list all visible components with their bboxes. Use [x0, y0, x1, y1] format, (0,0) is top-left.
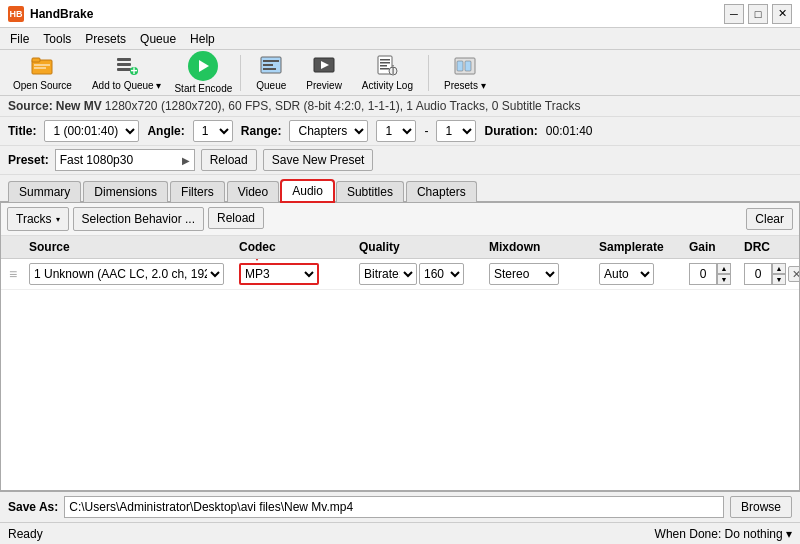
selection-behavior-button[interactable]: Selection Behavior ...: [73, 207, 204, 231]
toolbar-separator: [240, 55, 241, 91]
toolbar-separator-2: [428, 55, 429, 91]
clear-button[interactable]: Clear: [746, 208, 793, 230]
activity-log-label: Activity Log: [362, 80, 413, 91]
svg-rect-5: [117, 63, 131, 66]
when-done-button[interactable]: When Done: Do nothing ▾: [655, 527, 792, 541]
header-source: Source: [29, 240, 239, 254]
tab-subtitles[interactable]: Subtitles: [336, 181, 404, 202]
when-done-label: When Done:: [655, 527, 722, 541]
start-encode-label: Start Encode: [174, 83, 232, 94]
svg-text:i: i: [392, 63, 395, 77]
presets-icon: [453, 54, 477, 78]
menu-presets[interactable]: Presets: [79, 30, 132, 48]
title-bar-left: HB HandBrake: [8, 6, 93, 22]
tab-video[interactable]: Video: [227, 181, 279, 202]
preset-arrow-icon: ▶: [182, 155, 190, 166]
start-encode-button[interactable]: Start Encode: [174, 51, 232, 94]
play-icon: [188, 51, 218, 81]
svg-rect-4: [117, 58, 131, 61]
presets-button[interactable]: Presets ▾: [437, 50, 493, 95]
svg-rect-10: [263, 60, 279, 62]
header-mixdown: Mixdown: [489, 240, 599, 254]
title-label: Title:: [8, 124, 36, 138]
audio-sub-toolbar: Tracks ▾ Selection Behavior ... Reload C…: [1, 203, 799, 236]
tracks-caret-icon: ▾: [56, 215, 60, 224]
gain-input[interactable]: [689, 263, 717, 285]
when-done-value: Do nothing: [725, 527, 783, 541]
preview-button[interactable]: Preview: [299, 50, 349, 95]
add-to-queue-button[interactable]: + Add to Queue ▾: [85, 50, 169, 95]
audio-reload-button[interactable]: Reload: [208, 207, 264, 229]
table-row: ≡ 1 Unknown (AAC LC, 2.0 ch, 192 kbps) M…: [1, 259, 799, 290]
tab-dimensions[interactable]: Dimensions: [83, 181, 168, 202]
svg-rect-16: [380, 59, 390, 61]
tab-summary[interactable]: Summary: [8, 181, 81, 202]
remove-track-button[interactable]: ✕: [788, 266, 799, 282]
menu-queue[interactable]: Queue: [134, 30, 182, 48]
drag-handle[interactable]: ≡: [9, 266, 29, 282]
track-mixdown-select[interactable]: Stereo Mono Dpl II 5.1: [489, 263, 559, 285]
gain-increment-button[interactable]: ▲: [717, 263, 731, 274]
activity-log-button[interactable]: i Activity Log: [355, 50, 420, 95]
gain-decrement-button[interactable]: ▼: [717, 274, 731, 285]
svg-rect-11: [263, 64, 273, 66]
track-samplerate-select[interactable]: Auto 44.1 48: [599, 263, 654, 285]
title-row: Title: 1 (00:01:40) Angle: 1 Range: Chap…: [0, 117, 800, 146]
tab-chapters[interactable]: Chapters: [406, 181, 477, 202]
drc-input[interactable]: [744, 263, 772, 285]
range-from-select[interactable]: 1: [376, 120, 416, 142]
when-done-arrow-icon: ▾: [786, 527, 792, 541]
title-select[interactable]: 1 (00:01:40): [44, 120, 139, 142]
status-bar: Ready When Done: Do nothing ▾: [0, 522, 800, 544]
open-source-label: Open Source: [13, 80, 72, 91]
drc-spinner-buttons: ▲ ▼: [772, 263, 786, 285]
drc-decrement-button[interactable]: ▼: [772, 274, 786, 285]
save-preset-button[interactable]: Save New Preset: [263, 149, 374, 171]
menu-help[interactable]: Help: [184, 30, 221, 48]
header-samplerate: Samplerate: [599, 240, 689, 254]
angle-label: Angle:: [147, 124, 184, 138]
tracks-button[interactable]: Tracks ▾: [7, 207, 69, 231]
duration-label: Duration:: [484, 124, 537, 138]
save-as-bar: Save As: Browse: [0, 491, 800, 522]
minimize-button[interactable]: ─: [724, 4, 744, 24]
track-codec: MP3 AAC Vorbis FLAC 16-bit AC3: [239, 263, 359, 285]
queue-button[interactable]: Queue: [249, 50, 293, 95]
track-source: 1 Unknown (AAC LC, 2.0 ch, 192 kbps): [29, 263, 239, 285]
filepath-input[interactable]: [64, 496, 724, 518]
title-bar: HB HandBrake ─ □ ✕: [0, 0, 800, 28]
track-source-select[interactable]: 1 Unknown (AAC LC, 2.0 ch, 192 kbps): [29, 263, 224, 285]
preset-field[interactable]: Fast 1080p30 ▶: [55, 149, 195, 171]
add-queue-icon: +: [115, 54, 139, 78]
preview-icon: [312, 54, 336, 78]
sub-toolbar-left: Tracks ▾ Selection Behavior ... Reload: [7, 207, 264, 231]
quality-type-select[interactable]: Bitrate: Quality:: [359, 263, 417, 285]
selection-behavior-label: Selection Behavior ...: [82, 212, 195, 226]
svg-rect-12: [263, 68, 276, 70]
angle-select[interactable]: 1: [193, 120, 233, 142]
quality-value-select[interactable]: 160 128 192 256 320: [419, 263, 464, 285]
open-source-icon: [30, 54, 54, 78]
svg-rect-17: [380, 62, 390, 64]
window-controls: ─ □ ✕: [724, 4, 792, 24]
menu-tools[interactable]: Tools: [37, 30, 77, 48]
menu-file[interactable]: File: [4, 30, 35, 48]
range-label: Range:: [241, 124, 282, 138]
maximize-button[interactable]: □: [748, 4, 768, 24]
tab-audio[interactable]: Audio: [281, 180, 334, 202]
tracks-label: Tracks: [16, 212, 52, 226]
header-drc: DRC: [744, 240, 799, 254]
browse-button[interactable]: Browse: [730, 496, 792, 518]
activity-log-icon: i: [375, 54, 399, 78]
drc-increment-button[interactable]: ▲: [772, 263, 786, 274]
tab-filters[interactable]: Filters: [170, 181, 225, 202]
range-to-select[interactable]: 1: [436, 120, 476, 142]
open-source-button[interactable]: Open Source: [6, 50, 79, 95]
header-codec: Codec: [239, 240, 359, 254]
reload-preset-button[interactable]: Reload: [201, 149, 257, 171]
range-select[interactable]: Chapters: [289, 120, 368, 142]
track-codec-select[interactable]: MP3 AAC Vorbis FLAC 16-bit AC3: [239, 263, 319, 285]
preview-label: Preview: [306, 80, 342, 91]
close-button[interactable]: ✕: [772, 4, 792, 24]
presets-label: Presets ▾: [444, 80, 486, 91]
